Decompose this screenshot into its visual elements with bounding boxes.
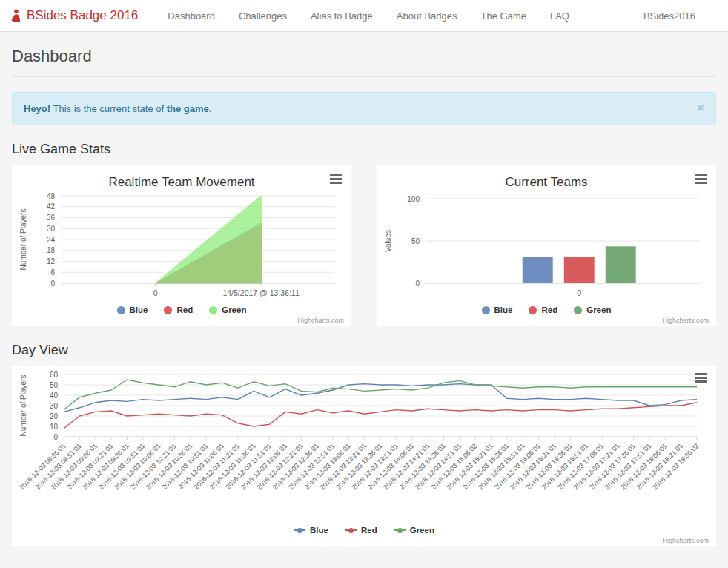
legend-marker-red [529,306,537,314]
teams-chart-panel: Current Teams 050100Values0 BlueRedGreen… [377,165,716,326]
legend-label: Green [410,526,434,535]
legend-item-red[interactable]: Red [529,306,557,314]
legend-label: Red [361,526,377,535]
section-title-day-view: Day View [12,343,716,358]
legend-marker-blue [482,306,490,314]
legend-marker-red [164,306,172,314]
realtime-chart-panel: Realtime Team Movement 0612182430364248N… [12,165,351,326]
svg-text:0: 0 [577,288,581,297]
legend-marker-blue [117,306,125,314]
svg-text:0: 0 [153,288,158,297]
svg-text:40: 40 [50,392,59,400]
svg-text:30: 30 [50,402,59,410]
legend-marker-blue [294,529,305,531]
legend-item-blue[interactable]: Blue [294,526,328,535]
legend-item-blue[interactable]: Blue [482,306,513,314]
y-axis-title: Number of Players [19,209,27,271]
svg-text:60: 60 [50,371,59,379]
bar-series-red [563,257,595,283]
nav-item-the-game[interactable]: The Game [469,0,537,32]
teams-chart-legend: BlueRedGreen [383,306,710,314]
svg-text:50: 50 [50,381,59,389]
highcharts-credit[interactable]: Highcharts.com [662,537,709,544]
svg-text:12: 12 [47,257,56,265]
legend-marker-red [345,529,357,531]
svg-text:14/5/2017 @ 13:36:11: 14/5/2017 @ 13:36:11 [222,288,299,297]
bar-chart-svg: 050100Values0 [383,190,710,303]
y-axis-title: Values [384,230,392,252]
svg-text:30: 30 [47,225,56,233]
info-alert: Heyo! This is the current state of the g… [12,92,716,125]
nav-item-about-badges[interactable]: About Badges [385,0,469,32]
svg-text:10: 10 [50,423,59,431]
legend-label: Green [222,306,246,314]
page-container: Dashboard Heyo! This is the current stat… [0,32,728,561]
alert-body: This is the current state of [50,103,167,114]
brand-icon [10,9,21,22]
area-chart-svg: 0612182430364248Number of Players014/5/2… [18,190,345,303]
legend-item-blue[interactable]: Blue [117,306,148,314]
legend-label: Red [176,306,193,314]
realtime-chart-legend: BlueRedGreen [18,306,345,314]
alert-close-button[interactable]: × [697,103,704,113]
nav-item-challenges[interactable]: Challenges [227,0,299,32]
brand-label: BSides Badge 2016 [27,8,138,23]
svg-text:6: 6 [50,268,55,277]
svg-text:50: 50 [411,237,420,245]
legend-item-green[interactable]: Green [209,306,246,314]
legend-item-red[interactable]: Red [164,306,193,314]
y-axis-title: Number of Players [19,375,27,437]
svg-text:18: 18 [47,246,56,254]
legend-label: Blue [130,306,148,314]
nav-item-faq[interactable]: FAQ [538,0,581,32]
teams-chart-title: Current Teams [383,175,710,190]
realtime-chart-title: Realtime Team Movement [18,175,345,190]
line-series-red [64,403,697,429]
legend-marker-green [209,306,217,314]
dayview-chart-panel: 0102030405060Number of Players2016-12-03… [12,366,716,546]
legend-label: Blue [494,306,513,314]
svg-text:36: 36 [47,214,56,222]
legend-label: Green [586,306,611,314]
dayview-chart-plot: 0102030405060Number of Players2016-12-03… [18,369,710,526]
svg-text:24: 24 [47,236,56,244]
alert-tail: . [209,103,212,114]
page-title: Dashboard [12,47,716,77]
svg-text:20: 20 [50,412,59,420]
realtime-chart-plot: 0612182430364248Number of Players014/5/2… [18,190,345,306]
charts-row: Realtime Team Movement 0612182430364248N… [12,165,716,326]
legend-label: Red [541,306,557,314]
dayview-chart-legend: BlueRedGreen [18,526,710,535]
nav-item-alias-to-badge[interactable]: Alias to Badge [299,0,385,32]
alert-strong: the game [167,103,209,114]
legend-item-green[interactable]: Green [394,526,434,535]
alert-lead: Heyo! [24,103,50,114]
legend-item-green[interactable]: Green [574,306,611,314]
line-series-blue [64,384,697,412]
chart-context-menu-icon[interactable] [695,373,707,384]
chart-context-menu-icon[interactable] [330,174,342,185]
svg-text:48: 48 [47,192,56,200]
line-chart-svg: 0102030405060Number of Players2016-12-03… [18,369,710,523]
legend-marker-green [574,306,582,314]
legend-marker-green [394,529,406,531]
nav-links: Dashboard Challenges Alias to Badge Abou… [156,0,581,31]
legend-item-red[interactable]: Red [345,526,377,535]
svg-text:0: 0 [50,280,55,288]
bar-series-blue [522,257,553,283]
svg-text:0: 0 [53,433,58,441]
chart-context-menu-icon[interactable] [695,174,707,185]
bar-series-green [605,246,636,283]
nav-item-dashboard[interactable]: Dashboard [156,0,227,32]
section-title-live-game-stats: Live Game Stats [12,142,716,157]
svg-text:100: 100 [407,195,420,203]
brand[interactable]: BSides Badge 2016 [10,8,138,23]
legend-label: Blue [310,526,328,535]
alert-text: Heyo! This is the current state of the g… [24,103,211,114]
top-navbar: BSides Badge 2016 Dashboard Challenges A… [0,0,728,32]
svg-text:0: 0 [415,280,420,288]
highcharts-credit[interactable]: Highcharts.com [297,317,344,324]
teams-chart-plot: 050100Values0 [383,190,710,306]
highcharts-credit[interactable]: Highcharts.com [662,317,709,324]
nav-user-menu[interactable]: BSides2016 [643,10,718,22]
